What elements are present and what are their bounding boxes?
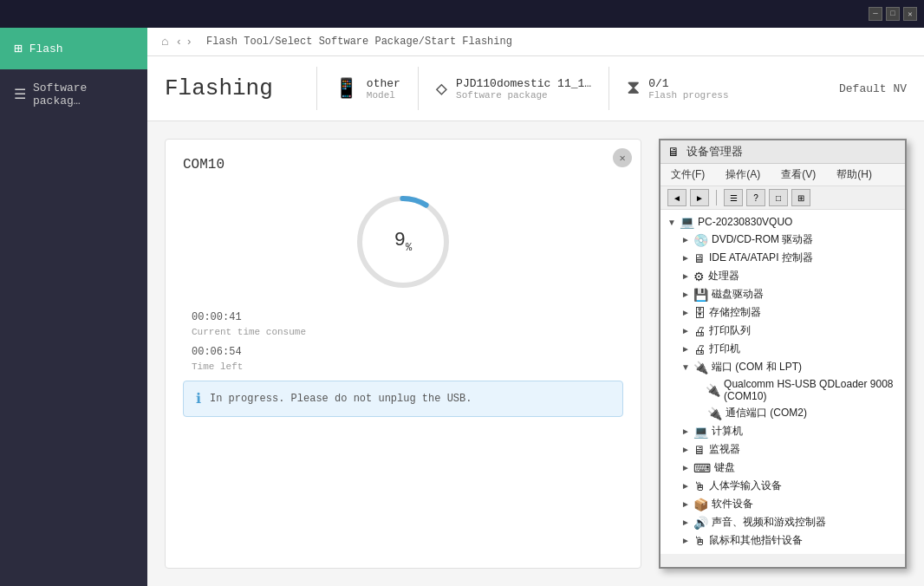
sidebar-item-software-package[interactable]: ☰ Software packag…: [0, 69, 147, 120]
dm-tree-item[interactable]: ►🖥IDE ATA/ATAPI 控制器: [664, 249, 901, 267]
dm-item-text: 计算机: [712, 424, 743, 439]
dm-tree-item[interactable]: ▼💻PC-20230830VQUO: [664, 213, 901, 231]
flash-icon: ⊞: [14, 40, 23, 57]
software-value: PJD110domestic 11_1…: [456, 77, 591, 90]
dm-item-text: 通信端口 (COM2): [726, 406, 807, 420]
dm-expand-icon: ►: [681, 235, 690, 244]
dm-expand-icon: ►: [681, 518, 690, 527]
dm-title-icon: 🖥: [667, 145, 680, 159]
dm-item-text: IDE ATA/ATAPI 控制器: [709, 251, 813, 265]
sidebar-item-flash[interactable]: ⊞ Flash: [0, 28, 147, 69]
dm-tree-item[interactable]: 🔌通信端口 (COM2): [664, 404, 901, 422]
software-icon: ☰: [14, 86, 26, 103]
breadcrumb-path: Flash Tool/Select Software Package/Start…: [206, 36, 512, 48]
dm-tree-item[interactable]: ►🖨打印队列: [664, 322, 901, 340]
dm-item-icon: 🖨: [693, 342, 706, 356]
dm-item-text: 人体学输入设备: [709, 479, 782, 493]
current-time-label: Current time consume: [192, 327, 623, 337]
dm-expand-icon: ►: [681, 426, 690, 436]
dm-menu-view[interactable]: 查看(V): [778, 166, 819, 184]
status-bar: Flashing 📱 other Model ◇ PJD110domestic …: [147, 56, 924, 121]
dm-tree-item[interactable]: ►⌨键盘: [664, 459, 901, 477]
dm-expand-icon: ►: [681, 253, 690, 263]
dm-expand-icon: ▼: [667, 218, 676, 227]
dm-tree-item[interactable]: ►💿DVD/CD-ROM 驱动器: [664, 231, 901, 249]
sidebar-software-label: Software packag…: [33, 81, 133, 107]
flash-panel: ✕ COM10 9%: [147, 121, 924, 586]
dm-item-icon: 🔊: [693, 516, 708, 530]
nav-fwd[interactable]: ›: [185, 36, 192, 49]
dm-tree-item[interactable]: ►🖱人体学输入设备: [664, 477, 901, 495]
dm-tree-item[interactable]: ►⚙处理器: [664, 267, 901, 285]
dm-props-btn[interactable]: □: [769, 189, 788, 206]
dm-refresh-btn[interactable]: ⊞: [791, 189, 810, 206]
progress-percent: 9%: [394, 230, 412, 253]
dm-tree-item[interactable]: ►🖥监视器: [664, 440, 901, 459]
dm-item-text: PC-20230830VQUO: [698, 216, 792, 228]
progress-circle: 9%: [351, 190, 455, 294]
dm-item-text: 声音、视频和游戏控制器: [712, 515, 826, 530]
dm-item-text: DVD/CD-ROM 驱动器: [712, 232, 813, 247]
default-nv-label: Default NV: [839, 82, 907, 95]
dm-toolbar: ◄ ► ☰ ? □ ⊞: [660, 186, 905, 210]
dm-expand-icon: ►: [681, 536, 690, 545]
breadcrumb-nav: ‹ ›: [175, 36, 192, 49]
nav-back[interactable]: ‹: [175, 36, 182, 49]
dm-tree-item[interactable]: ►🖱鼠标和其他指针设备: [664, 531, 901, 550]
sidebar-flash-label: Flash: [29, 42, 63, 55]
dm-tree-item[interactable]: ▼🔌端口 (COM 和 LPT): [664, 358, 901, 376]
maximize-button[interactable]: □: [886, 7, 900, 21]
dm-expand-icon: ►: [681, 271, 690, 281]
title-bar-controls: ─ □ ✕: [869, 7, 917, 21]
close-button[interactable]: ✕: [903, 7, 917, 21]
dm-menu-bar: 文件(F) 操作(A) 查看(V) 帮助(H): [660, 164, 905, 186]
divider-1: [316, 67, 317, 110]
dm-item-text: 端口 (COM 和 LPT): [712, 360, 802, 374]
flash-progress-section: ⧗ 0/1 Flash progress: [627, 77, 728, 101]
info-message: ℹ In progress. Please do not unplug the …: [183, 381, 623, 417]
title-bar: ─ □ ✕: [0, 0, 924, 28]
dm-forward-btn[interactable]: ►: [690, 189, 709, 206]
dm-item-text: 软件设备: [712, 497, 753, 511]
dm-item-icon: 📦: [693, 498, 708, 511]
model-icon: 📱: [335, 77, 358, 101]
dm-item-icon: 🖱: [693, 479, 706, 493]
dm-expand-icon: ►: [681, 481, 690, 491]
dm-item-text: 存储控制器: [709, 305, 761, 320]
dm-item-icon: 💿: [693, 233, 708, 247]
dm-title-bar: 🖥 设备管理器: [660, 140, 905, 164]
dm-list-btn[interactable]: ☰: [724, 189, 743, 206]
dm-item-text: 鼠标和其他指针设备: [709, 533, 803, 548]
dm-tree-item[interactable]: ►🖨打印机: [664, 340, 901, 358]
flash-progress-value: 0/1: [648, 77, 728, 90]
dm-tree-item[interactable]: ►💾磁盘驱动器: [664, 285, 901, 303]
minimize-button[interactable]: ─: [869, 7, 882, 21]
dm-menu-help[interactable]: 帮助(H): [833, 166, 875, 184]
dm-tree-item[interactable]: ►🗄存储控制器: [664, 303, 901, 322]
dm-menu-file[interactable]: 文件(F): [667, 166, 708, 184]
device-manager-window: 🖥 设备管理器 文件(F) 操作(A) 查看(V) 帮助(H) ◄ ► ☰ ?: [659, 139, 907, 569]
com-port-label: COM10: [183, 157, 623, 173]
dm-tree-item[interactable]: ►🔊声音、视频和游戏控制器: [664, 513, 901, 531]
dm-menu-action[interactable]: 操作(A): [722, 166, 764, 184]
dm-expand-icon: ►: [681, 463, 690, 472]
dm-tree-item[interactable]: 🔌Qualcomm HS-USB QDLoader 9008 (COM10): [664, 376, 901, 404]
progress-container: 9%: [183, 190, 623, 294]
dm-back-btn[interactable]: ◄: [667, 189, 686, 206]
dm-tree-item[interactable]: ►📦软件设备: [664, 495, 901, 513]
dm-tree: ▼💻PC-20230830VQUO►💿DVD/CD-ROM 驱动器►🖥IDE A…: [660, 210, 905, 554]
current-time-value: 00:00:41: [192, 311, 623, 323]
dm-help-btn[interactable]: ?: [746, 189, 765, 206]
home-icon[interactable]: ⌂: [161, 35, 168, 49]
info-icon: ℹ: [196, 390, 201, 407]
dm-expand-icon: ►: [681, 445, 690, 454]
flash-left-panel: ✕ COM10 9%: [165, 139, 641, 569]
dm-expand-icon: ▼: [681, 362, 690, 372]
dm-tree-item[interactable]: ►💻计算机: [664, 422, 901, 440]
model-label: Model: [367, 90, 400, 101]
dm-item-icon: 💻: [680, 215, 694, 229]
close-panel-button[interactable]: ✕: [613, 148, 632, 167]
dm-item-icon: 🔌: [693, 361, 708, 374]
dm-item-icon: 🖨: [693, 324, 706, 338]
dm-item-text: 处理器: [708, 269, 739, 283]
